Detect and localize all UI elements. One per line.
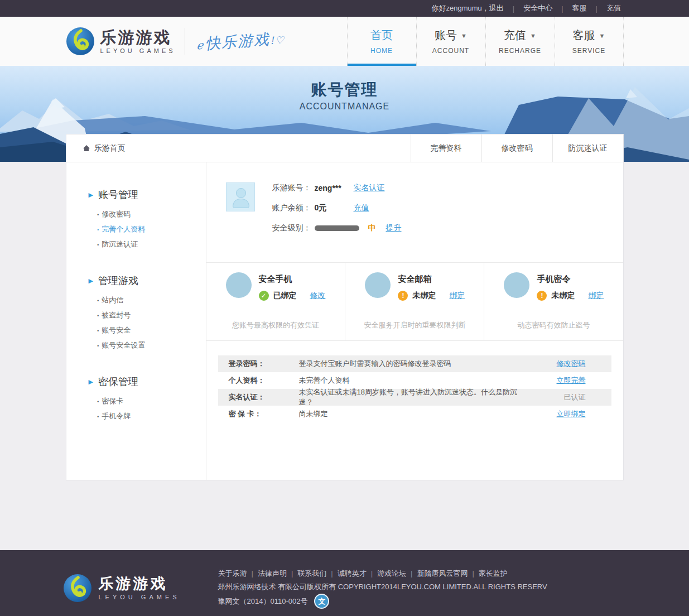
account-value: zeng*** — [315, 184, 354, 192]
footer-link-about[interactable]: 关于乐游 — [218, 567, 258, 580]
bullet-icon: ▪ — [98, 242, 99, 247]
footer-copyright: 郑州乐游网络技术 有限公司版权所有 COPYRIGHT2014LEYOU.COM… — [218, 580, 547, 594]
sidebar-item-security-settings[interactable]: ▪账号安全设置 — [98, 340, 206, 350]
bind-secret-card-link[interactable]: 立即绑定 — [522, 409, 611, 419]
sidebar-item-complete-profile[interactable]: ▪完善个人资料 — [98, 224, 206, 234]
card-title: 安全邮箱 — [398, 274, 465, 285]
footer-link-parental[interactable]: 家长监护 — [479, 567, 508, 580]
slogan-text: 快乐游戏 — [196, 28, 286, 54]
tabs: 完善资料 修改密码 防沉迷认证 — [411, 134, 623, 162]
tab-anti-addiction[interactable]: 防沉迷认证 — [552, 134, 623, 162]
table-row-login-password: 登录密码： 登录支付宝账户时需要输入的密码修改登录密码 修改密码 — [218, 355, 611, 372]
footer-logo-subtitle: LEYOU GAMES — [99, 594, 180, 600]
nav-home-sublabel: HOME — [370, 47, 393, 55]
sidebar-item-phone-token[interactable]: ▪手机令牌 — [98, 411, 206, 421]
balance-label: 账户余额： — [272, 203, 315, 213]
warning-icon: ! — [398, 291, 408, 301]
logo[interactable]: 乐游游戏 LEYOU GAMES — [66, 27, 176, 56]
footer-link-forum[interactable]: 游戏论坛 — [377, 567, 417, 580]
sidebar-group-games: ▶ 管理游戏 ▪站内信 ▪被盗封号 ▪账号安全 ▪账号安全设置 — [89, 274, 206, 350]
sidebar-item-change-password[interactable]: ▪修改密码 — [98, 209, 206, 219]
footer-link-contact[interactable]: 联系我们 — [297, 567, 337, 580]
nav-item-home[interactable]: 首页 HOME — [347, 17, 416, 66]
sidebar-group-secret: ▶ 密保管理 ▪密保卡 ▪手机令牌 — [89, 375, 206, 421]
recharge-link[interactable]: 充值 — [354, 203, 369, 213]
sidebar-item-secret-card[interactable]: ▪密保卡 — [98, 396, 206, 406]
balance-row: 账户余额： 0元 充值 — [272, 203, 402, 214]
logo-title: 乐游游戏 — [100, 29, 176, 46]
profile-section: 乐游账号： zeng*** 实名认证 账户余额： 0元 充值 安全级别： — [206, 162, 623, 263]
footer-link-game-site[interactable]: 新隋唐风云官网 — [417, 567, 478, 580]
logout-link[interactable]: 退出 — [489, 3, 504, 13]
card-phone-token: 手机密令 ! 未绑定 绑定 动态密码有效防止盗号 — [484, 263, 623, 340]
row-label: 个人资料： — [218, 376, 299, 386]
box-header: 乐游首页 完善资料 修改密码 防沉迷认证 — [66, 134, 623, 162]
bullet-icon: ▪ — [98, 212, 99, 217]
status-text: 未绑定 — [412, 291, 436, 301]
verified-status: 已认证 — [522, 392, 611, 402]
sidebar-group-account: ▶ 账号管理 ▪修改密码 ▪完善个人资料 ▪防沉迷认证 — [89, 188, 206, 249]
warning-icon: ! — [537, 291, 547, 301]
bullet-icon: ▪ — [98, 313, 99, 318]
main-panel: 乐游账号： zeng*** 实名认证 账户余额： 0元 充值 安全级别： — [206, 162, 623, 480]
logo-sphere-icon — [66, 27, 95, 56]
page-subtitle: ACCOUNTMANAGE — [0, 102, 689, 112]
status-text: 未绑定 — [551, 291, 575, 301]
card-description: 动态密码有效防止盗号 — [484, 320, 623, 330]
footer: 乐游游戏 LEYOU GAMES 关于乐游 法律声明 联系我们 诚聘英才 游戏论… — [0, 550, 689, 616]
nav-item-account[interactable]: 账号▼ ACCOUNT — [416, 17, 485, 66]
sidebar-group-title-games[interactable]: ▶ 管理游戏 — [89, 274, 206, 287]
row-label: 密 保 卡： — [218, 409, 299, 419]
breadcrumb[interactable]: 乐游首页 — [66, 134, 126, 162]
row-description: 登录支付宝账户时需要输入的密码修改登录密码 — [299, 359, 522, 369]
nav-recharge-sublabel: RECHARGE — [499, 47, 541, 55]
topbar-link-recharge[interactable]: 充值 — [606, 3, 621, 13]
chevron-down-icon: ▼ — [599, 32, 605, 39]
footer-link-legal[interactable]: 法律声明 — [258, 567, 297, 580]
sidebar: ▶ 账号管理 ▪修改密码 ▪完善个人资料 ▪防沉迷认证 ▶ 管理游戏 — [66, 162, 206, 480]
sidebar-item-account-security[interactable]: ▪账号安全 — [98, 325, 206, 335]
table-row-secret-card: 密 保 卡： 尚未绑定 立即绑定 — [218, 406, 611, 422]
header: 乐游游戏 LEYOU GAMES 快乐游戏 首页 HOME 账号▼ ACCOUN… — [0, 17, 689, 66]
complete-profile-link[interactable]: 立即完善 — [522, 376, 611, 386]
logo-subtitle: LEYOU GAMES — [100, 47, 176, 54]
topbar-link-security-center[interactable]: 安全中心 — [523, 3, 552, 13]
logo-divider — [185, 28, 185, 55]
topbar-divider: | — [513, 4, 514, 13]
phone-icon — [226, 272, 252, 298]
topbar-link-service[interactable]: 客服 — [572, 3, 587, 13]
card-title: 安全手机 — [259, 274, 326, 285]
topbar: 你好zengmumu， 退出 | 安全中心 | 客服 | 充值 — [0, 0, 689, 17]
sidebar-group-title-secret[interactable]: ▶ 密保管理 — [89, 375, 206, 388]
main-nav: 首页 HOME 账号▼ ACCOUNT 充值▼ RECHARGE 客服▼ SER… — [347, 17, 624, 66]
change-password-link[interactable]: 修改密码 — [522, 359, 611, 369]
security-level-value: 中 — [368, 223, 376, 233]
bullet-icon: ▪ — [98, 399, 99, 404]
footer-logo: 乐游游戏 LEYOU GAMES — [63, 567, 218, 609]
card-title: 手机密令 — [537, 274, 604, 285]
bind-email-link[interactable]: 绑定 — [449, 291, 465, 301]
arrow-right-icon: ▶ — [89, 378, 93, 386]
bind-token-link[interactable]: 绑定 — [588, 291, 604, 301]
footer-link-jobs[interactable]: 诚聘英才 — [338, 567, 377, 580]
tab-change-password[interactable]: 修改密码 — [481, 134, 552, 162]
security-cards: 安全手机 ✓ 已绑定 修改 您账号最高权限的有效凭证 — [206, 263, 623, 341]
nav-home-label: 首页 — [370, 28, 393, 43]
account-label: 乐游账号： — [272, 183, 315, 193]
sidebar-item-site-mail[interactable]: ▪站内信 — [98, 295, 206, 305]
tab-complete-profile[interactable]: 完善资料 — [411, 134, 481, 162]
security-upgrade-link[interactable]: 提升 — [386, 223, 402, 233]
card-description: 安全服务开启时的重要权限判断 — [345, 320, 484, 330]
chevron-down-icon: ▼ — [530, 32, 536, 39]
sidebar-item-stolen-banned[interactable]: ▪被盗封号 — [98, 310, 206, 320]
page-title: 账号管理 — [0, 79, 689, 100]
row-label: 登录密码： — [218, 359, 299, 369]
modify-phone-link[interactable]: 修改 — [310, 291, 326, 301]
nav-item-recharge[interactable]: 充值▼ RECHARGE — [485, 17, 555, 66]
nav-service-sublabel: SERVICE — [572, 47, 605, 55]
nav-item-service[interactable]: 客服▼ SERVICE — [555, 17, 624, 66]
sidebar-item-anti-addiction[interactable]: ▪防沉迷认证 — [98, 239, 206, 249]
sidebar-group-title-account[interactable]: ▶ 账号管理 — [89, 188, 206, 201]
arrow-right-icon: ▶ — [89, 191, 93, 199]
real-name-verify-link[interactable]: 实名认证 — [354, 183, 385, 193]
